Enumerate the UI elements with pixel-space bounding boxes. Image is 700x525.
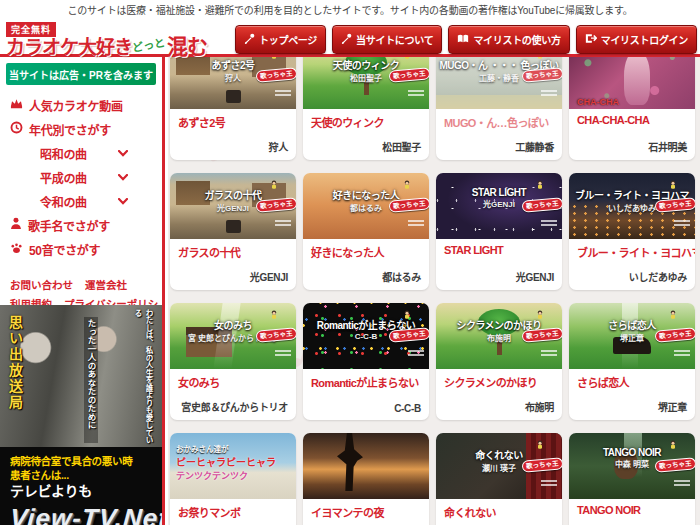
sidebar-ad-banner[interactable]: わたしは、私の人生を誰よりも愛している たった一人のあなたのために 思い出放送局… bbox=[0, 305, 162, 525]
mic-icon bbox=[341, 33, 352, 46]
karaoke-channel-badge: 歌っちゃ王 bbox=[522, 57, 558, 81]
video-card[interactable]: STAR LIGHT光GENJI歌っちゃ王STAR LIGHT光GENJI bbox=[436, 173, 562, 290]
video-title: STAR LIGHT bbox=[444, 244, 554, 256]
video-card[interactable]: Romanticが止まらないC-C-B歌っちゃ王Romanticが止まらないC-… bbox=[303, 303, 429, 420]
ad-line-1: 病院待合室で具合の悪い時 bbox=[10, 454, 152, 468]
footer-link[interactable]: お問い合わせ bbox=[10, 279, 73, 291]
mascot-icon bbox=[256, 305, 292, 323]
person-icon bbox=[10, 217, 22, 233]
thumbnail-credits bbox=[275, 348, 291, 358]
thumbnail-credits bbox=[541, 348, 557, 358]
sidebar-item-label: 年代別でさがす bbox=[29, 121, 111, 138]
chevron-down-icon[interactable] bbox=[118, 146, 128, 160]
mic-icon bbox=[244, 33, 255, 46]
thumbnail-lyrics: おかみさん達がピーヒャラピーヒャラテンツクテンツク bbox=[176, 443, 276, 482]
video-title: CHA-CHA-CHA bbox=[577, 114, 687, 126]
video-card[interactable]: ブルー・ライト・ヨコハマいしだあゆみ歌っちゃ王ブルー・ライト・ヨコハマいしだあゆ… bbox=[569, 173, 695, 290]
ad-photo: わたしは、私の人生を誰よりも愛している たった一人のあなたのために 思い出放送局 bbox=[0, 305, 162, 447]
video-title: TANGO NOIR bbox=[577, 504, 687, 516]
clock-icon bbox=[10, 121, 23, 137]
nav-button-label: 当サイトについて bbox=[356, 32, 433, 47]
badge-label: 歌っちゃ王 bbox=[655, 197, 695, 212]
video-info: シクラメンのかほり布施明 bbox=[436, 369, 562, 420]
sidebar-item-4[interactable]: 平成の曲 bbox=[10, 165, 162, 189]
thumbnail-credits bbox=[674, 348, 690, 358]
sidebar-item-label: 歌手名でさがす bbox=[28, 217, 110, 234]
sidebar: 当サイトは広告・PRを含みます 人気カラオケ動画年代別でさがす昭和の曲平成の曲令… bbox=[0, 57, 165, 525]
video-card[interactable]: あずさ2号狩人歌っちゃ王あずさ2号狩人 bbox=[170, 57, 296, 160]
page: このサイトは医療・福祉施設・避難所での利用を目的としたサイトです。サイト内の各動… bbox=[0, 0, 700, 525]
footer-link[interactable]: 運営会社 bbox=[85, 279, 127, 291]
sidebar-item-5[interactable]: 令和の曲 bbox=[10, 189, 162, 213]
video-title: ガラスの十代 bbox=[178, 244, 288, 260]
video-info: ガラスの十代光GENJI bbox=[170, 239, 296, 290]
video-thumbnail: MUGO・ん ・・・ 色っぽい工藤・静香歌っちゃ王 bbox=[436, 57, 562, 109]
sidebar-item-label: 平成の曲 bbox=[40, 169, 87, 186]
video-card[interactable]: 好きになった人都はるみ歌っちゃ王好きになった人都はるみ bbox=[303, 173, 429, 290]
video-info: Romanticが止まらないC-C-B bbox=[303, 369, 429, 420]
sidebar-item-7[interactable]: 50音でさがす bbox=[10, 237, 162, 261]
video-title: ブルー・ライト・ヨコハマ bbox=[577, 244, 687, 260]
ad-text-block: 病院待合室で具合の悪い時 患者さんは... テレビよりも View-TV.Net bbox=[0, 447, 162, 525]
sidebar-item-6[interactable]: 歌手名でさがす bbox=[10, 213, 162, 237]
lyric-line: おかみさん達が bbox=[176, 443, 276, 454]
nav-button-1[interactable]: トップページ bbox=[235, 25, 326, 54]
video-card[interactable]: シクラメンのかほり布施明歌っちゃ王シクラメンのかほり布施明 bbox=[436, 303, 562, 420]
video-card[interactable]: 女のみち宮 史郎とぴんからトリオ歌っちゃ王女のみち宮史郎＆ぴんからトリオ bbox=[170, 303, 296, 420]
nav-button-3[interactable]: マイリストの使い方 bbox=[448, 25, 569, 54]
chevron-down-icon[interactable] bbox=[118, 170, 128, 184]
mascot-icon bbox=[522, 57, 558, 63]
video-card[interactable]: さらば恋人堺正章歌っちゃ王さらば恋人堺正章 bbox=[569, 303, 695, 420]
video-card[interactable]: 天使のウィンク松田聖子歌っちゃ王天使のウィンク松田聖子 bbox=[303, 57, 429, 160]
video-card[interactable]: TANGO NOIR中森 明菜歌っちゃ王TANGO NOIR bbox=[569, 433, 695, 525]
karaoke-channel-badge: 歌っちゃ王 bbox=[655, 305, 691, 341]
video-grid: あずさ2号狩人歌っちゃ王あずさ2号狩人天使のウィンク松田聖子歌っちゃ王天使のウィ… bbox=[168, 57, 700, 525]
video-title: 天使のウィンク bbox=[311, 114, 421, 130]
karaoke-channel-badge: 歌っちゃ王 bbox=[256, 305, 292, 341]
video-card[interactable]: ガラスの十代光GENJI歌っちゃ王ガラスの十代光GENJI bbox=[170, 173, 296, 290]
video-title: あずさ2号 bbox=[178, 114, 288, 130]
karaoke-channel-badge: 歌っちゃ王 bbox=[522, 435, 558, 471]
video-thumbnail: 女のみち宮 史郎とぴんからトリオ歌っちゃ王 bbox=[170, 303, 296, 369]
nav-button-4[interactable]: マイリストログイン bbox=[576, 25, 697, 54]
video-card[interactable]: イヨマンテの夜 bbox=[303, 433, 429, 525]
video-card[interactable]: MUGO・ん ・・・ 色っぽい工藤・静香歌っちゃ王MUGO・ん…色っぽい工藤静香 bbox=[436, 57, 562, 160]
video-info: あずさ2号狩人 bbox=[170, 109, 296, 160]
sidebar-item-label: 50音でさがす bbox=[29, 241, 100, 258]
badge-label: 歌っちゃ王 bbox=[256, 67, 296, 82]
sidebar-item-3[interactable]: 昭和の曲 bbox=[10, 141, 162, 165]
sidebar-item-2[interactable]: 年代別でさがす bbox=[10, 117, 162, 141]
sidebar-item-1[interactable]: 人気カラオケ動画 bbox=[10, 93, 162, 117]
video-artist: 工藤静香 bbox=[515, 139, 554, 154]
thumbnail-credits bbox=[674, 218, 690, 228]
video-info: 好きになった人都はるみ bbox=[303, 239, 429, 290]
video-thumbnail: あずさ2号狩人歌っちゃ王 bbox=[170, 57, 296, 109]
video-title: MUGO・ん…色っぽい bbox=[444, 114, 554, 130]
mascot-icon bbox=[389, 305, 425, 323]
video-info: 命くれない bbox=[436, 499, 562, 525]
video-thumbnail: TANGO NOIR中森 明菜歌っちゃ王 bbox=[569, 433, 695, 499]
ad-line-3: テレビよりも bbox=[10, 482, 152, 501]
badge-label: 歌っちゃ王 bbox=[389, 67, 429, 82]
video-info: TANGO NOIR bbox=[569, 499, 695, 525]
thumbnail-lyric-line: CHA-CHA bbox=[577, 97, 619, 107]
chevron-down-icon[interactable] bbox=[118, 194, 128, 208]
video-card[interactable]: 命くれない瀬川 瑛子歌っちゃ王命くれない bbox=[436, 433, 562, 525]
video-info: MUGO・ん…色っぽい工藤静香 bbox=[436, 109, 562, 160]
karaoke-channel-badge: 歌っちゃ王 bbox=[389, 305, 425, 341]
site-notice: このサイトは医療・福祉施設・避難所での利用を目的としたサイトです。サイト内の各動… bbox=[0, 0, 700, 18]
video-card[interactable]: おかみさん達がピーヒャラピーヒャラテンツクテンツクお祭りマンボ bbox=[170, 433, 296, 525]
video-info: 女のみち宮史郎＆ぴんからトリオ bbox=[170, 369, 296, 420]
video-card[interactable]: CHA-CHACHA-CHA-CHA石井明美 bbox=[569, 57, 695, 160]
guide-book-icon bbox=[457, 33, 469, 46]
badge-label: 歌っちゃ王 bbox=[256, 327, 296, 342]
site-logo[interactable]: 完全無料 カラオケ大好きどっと混む bbox=[6, 19, 207, 60]
login-icon bbox=[585, 33, 597, 46]
paw-icon bbox=[10, 242, 23, 257]
video-thumbnail: シクラメンのかほり布施明歌っちゃ王 bbox=[436, 303, 562, 369]
video-title: Romanticが止まらない bbox=[311, 374, 421, 390]
nav-button-2[interactable]: 当サイトについて bbox=[332, 25, 442, 54]
badge-label: 歌っちゃ王 bbox=[389, 327, 429, 342]
video-title: シクラメンのかほり bbox=[444, 374, 554, 390]
badge-label: 歌っちゃ王 bbox=[522, 197, 562, 212]
